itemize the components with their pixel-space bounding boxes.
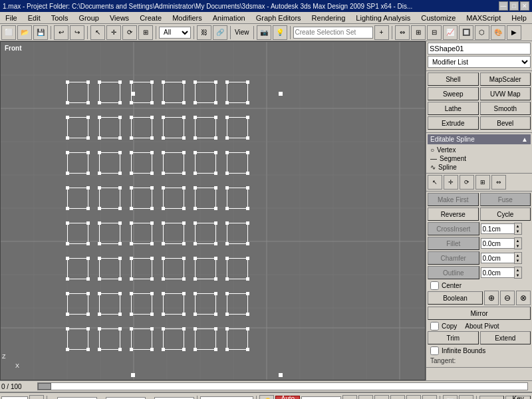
menu-item-rendering[interactable]: Rendering xyxy=(308,12,350,23)
play-btn[interactable]: ▶ xyxy=(374,395,389,400)
lock-icon[interactable]: 🔒 xyxy=(29,395,44,400)
icon-move[interactable]: ✛ xyxy=(444,175,458,190)
toolbar-btn-curve-editor[interactable]: 📈 xyxy=(443,25,458,40)
close-button[interactable]: ✕ xyxy=(520,1,529,11)
menu-item-maxscript[interactable]: MAXScript xyxy=(462,12,505,23)
key-mode-btn[interactable]: ⬜ xyxy=(443,395,458,400)
menu-item-graph editors[interactable]: Graph Editors xyxy=(252,12,305,23)
reverse-button[interactable]: Reverse xyxy=(428,207,479,221)
icon-rotate[interactable]: ⟳ xyxy=(460,175,474,190)
crossinsert-spin-dn[interactable]: ▼ xyxy=(515,229,521,234)
chamfer-input[interactable] xyxy=(481,253,514,263)
prev-key-btn[interactable]: ◀ xyxy=(358,395,373,400)
menu-item-edit[interactable]: Edit xyxy=(24,12,45,23)
make-first-button[interactable]: Make First xyxy=(428,193,479,206)
boolean-subtract-icon[interactable]: ⊖ xyxy=(500,291,515,305)
toolbar-btn-save[interactable]: 💾 xyxy=(33,25,48,40)
fillet-spin-up[interactable]: ▲ xyxy=(515,238,521,243)
extrude-button[interactable]: Extrude xyxy=(428,116,479,130)
toolbar-btn-move[interactable]: ✛ xyxy=(106,25,121,40)
boolean-button[interactable]: Boolean xyxy=(428,291,483,305)
fuse-button[interactable]: Fuse xyxy=(480,193,531,206)
outline-spin-dn[interactable]: ▼ xyxy=(515,273,521,278)
toolbar-btn-rotate[interactable]: ⟳ xyxy=(122,25,137,40)
reference-coord-select[interactable]: All View xyxy=(159,27,191,39)
bevel-button[interactable]: Bevel xyxy=(480,116,531,130)
menu-item-help[interactable]: Help xyxy=(507,12,531,23)
chamfer-spin-dn[interactable]: ▼ xyxy=(515,258,521,263)
spline-segment[interactable]: — Segment xyxy=(428,154,531,163)
toolbar-btn-new[interactable]: ⬜ xyxy=(1,25,16,40)
toolbar-btn-undo[interactable]: ↩ xyxy=(54,25,68,40)
animation-mode-select[interactable]: Selected xyxy=(301,396,341,400)
boolean-union-icon[interactable]: ⊕ xyxy=(484,291,499,305)
toolbar-btn-camera[interactable]: 📷 xyxy=(257,25,271,40)
set-key-button[interactable]: Set Key xyxy=(479,396,504,400)
mirror-button[interactable]: Mirror xyxy=(428,307,531,320)
outline-input[interactable] xyxy=(481,267,514,278)
sweep-button[interactable]: Sweep xyxy=(428,87,479,100)
toolbar-btn-align[interactable]: ⊟ xyxy=(427,25,442,40)
infinite-bounds-checkbox[interactable] xyxy=(430,346,439,355)
crossinsert-spin-up[interactable]: ▲ xyxy=(515,223,521,229)
object-name-input[interactable] xyxy=(428,43,531,55)
time-track[interactable] xyxy=(37,382,528,390)
auto-key-button[interactable]: Auto Key xyxy=(275,396,300,400)
toolbar-btn-link[interactable]: ⛓ xyxy=(197,25,211,40)
next-frame-btn[interactable]: ⏭ xyxy=(406,395,421,400)
menu-item-modifiers[interactable]: Modifiers xyxy=(168,12,206,23)
menu-item-customize[interactable]: Customize xyxy=(417,12,460,23)
boolean-intersect-icon[interactable]: ⊗ xyxy=(516,291,531,305)
toolbar-btn-add-set[interactable]: + xyxy=(374,25,389,40)
icon-mirror2[interactable]: ⇔ xyxy=(491,175,506,190)
next-key-btn[interactable]: ▶ xyxy=(390,395,405,400)
time-config-btn[interactable]: ⚙ xyxy=(459,395,473,400)
outline-button[interactable]: Outline xyxy=(428,266,479,279)
toolbar-btn-mirror[interactable]: ⇔ xyxy=(395,25,410,40)
modifier-list-select[interactable]: Modifier List xyxy=(428,56,531,68)
menu-item-file[interactable]: File xyxy=(1,12,21,23)
mapscaler-button[interactable]: MapScaler xyxy=(480,72,531,86)
toolbar-btn-render-setup[interactable]: 🎨 xyxy=(491,25,505,40)
toolbar-btn-redo[interactable]: ↪ xyxy=(70,25,84,40)
toolbar-btn-open[interactable]: 📂 xyxy=(17,25,32,40)
fillet-button[interactable]: Fillet xyxy=(428,237,479,250)
goto-start-btn[interactable]: ⏭ xyxy=(422,395,437,400)
toolbar-btn-unlink[interactable]: 🔗 xyxy=(213,25,227,40)
fillet-spin-dn[interactable]: ▼ xyxy=(515,243,521,249)
toolbar-btn-light[interactable]: 💡 xyxy=(273,25,287,40)
cycle-button[interactable]: Cycle xyxy=(480,207,531,221)
copy-checkbox[interactable] xyxy=(430,322,439,331)
menu-item-animation[interactable]: Animation xyxy=(209,12,249,23)
menu-item-views[interactable]: Views xyxy=(106,12,133,23)
y-coord-input[interactable] xyxy=(106,397,146,400)
z-coord-input[interactable] xyxy=(154,397,194,400)
selection-set-input[interactable] xyxy=(293,27,373,39)
time-thumb[interactable] xyxy=(38,383,51,390)
trim-button[interactable]: Trim xyxy=(428,331,479,344)
key-icon[interactable]: 🔑 xyxy=(259,395,274,400)
icon-select[interactable]: ↖ xyxy=(428,175,442,190)
spline-vertex[interactable]: ○ Vertex xyxy=(428,146,531,154)
outline-spin-up[interactable]: ▲ xyxy=(515,267,521,273)
menu-item-create[interactable]: Create xyxy=(136,12,166,23)
maximize-button[interactable]: □ xyxy=(509,1,519,11)
center-checkbox[interactable] xyxy=(430,281,439,290)
menu-item-lighting analysis[interactable]: Lighting Analysis xyxy=(352,12,414,23)
crossinsert-button[interactable]: CrossInsert xyxy=(428,222,479,235)
fillet-input[interactable] xyxy=(481,238,514,249)
uvwmap-button[interactable]: UVW Map xyxy=(480,87,531,100)
toolbar-btn-select[interactable]: ↖ xyxy=(90,25,105,40)
extend-button[interactable]: Extend xyxy=(480,331,531,344)
x-coord-input[interactable] xyxy=(57,397,97,400)
toolbar-btn-material[interactable]: ⬡ xyxy=(475,25,489,40)
menu-item-group[interactable]: Group xyxy=(74,12,103,23)
minimize-button[interactable]: — xyxy=(499,1,508,11)
lathe-button[interactable]: Lathe xyxy=(428,102,479,115)
toolbar-btn-array[interactable]: ⊞ xyxy=(411,25,426,40)
spline-spline[interactable]: ∿ Spline xyxy=(428,163,531,172)
toolbar-btn-scale[interactable]: ⊞ xyxy=(138,25,153,40)
viewport[interactable]: Front xyxy=(0,41,426,380)
crossinsert-input[interactable] xyxy=(481,223,514,234)
chamfer-button[interactable]: Chamfer xyxy=(428,251,479,265)
